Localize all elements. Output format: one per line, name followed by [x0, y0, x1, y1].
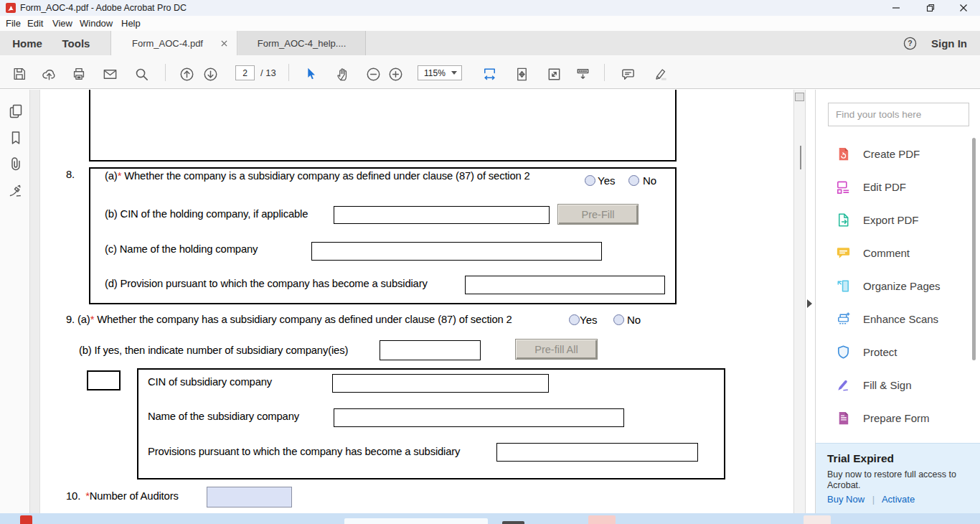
tools-panel-scrollbar[interactable] — [972, 138, 976, 360]
q8d-provision-input[interactable] — [465, 276, 665, 294]
acrobat-window: Form_AOC-4.pdf - Adobe Acrobat Pro DC Fi… — [0, 0, 980, 524]
q8-prefill-button[interactable]: Pre-Fill — [557, 204, 639, 225]
sub-provisions-input[interactable] — [496, 443, 698, 462]
signatures-icon[interactable] — [6, 182, 25, 200]
fit-width-icon[interactable] — [478, 62, 501, 85]
taskbar-item[interactable] — [502, 521, 524, 524]
q8c-name-input[interactable] — [311, 242, 602, 261]
q10-label: 10.*Number of Auditors — [66, 490, 179, 502]
enhance-scans-icon — [834, 310, 852, 327]
tool-item-organize-pages[interactable]: Organize Pages — [816, 274, 975, 297]
attachments-icon[interactable] — [6, 154, 25, 173]
organize-pages-icon — [834, 277, 852, 294]
sub-name-input[interactable] — [334, 408, 624, 427]
search-icon[interactable] — [130, 62, 153, 85]
doc-tab-form-aoc4[interactable]: Form_AOC-4.pdf — [110, 31, 237, 55]
tab-close-icon[interactable] — [220, 39, 228, 47]
tab-tools[interactable]: Tools — [60, 31, 92, 55]
q9a-no-radio[interactable] — [613, 314, 624, 325]
taskbar-app-icon[interactable] — [20, 515, 32, 524]
tool-item-create-pdf[interactable]: Create PDF — [816, 142, 975, 165]
email-icon[interactable] — [98, 62, 121, 85]
page-total-label: / 13 — [260, 67, 276, 78]
comment-tool-icon[interactable] — [616, 62, 639, 85]
zoom-out-icon[interactable] — [362, 62, 385, 85]
q9-prefill-all-button[interactable]: Pre-fill All — [515, 339, 598, 360]
reading-mode-icon[interactable] — [571, 62, 594, 85]
q8b-cin-input[interactable] — [334, 206, 550, 224]
selection-tool-icon[interactable] — [299, 62, 322, 85]
q9b-count-input[interactable] — [380, 340, 481, 360]
activate-link[interactable]: Activate — [882, 494, 915, 505]
zoom-level-dropdown[interactable]: 115% — [418, 65, 462, 80]
previous-page-icon[interactable] — [175, 62, 198, 85]
tool-item-protect[interactable]: Protect — [816, 340, 975, 363]
q9a-no-label: No — [627, 314, 641, 326]
help-icon[interactable]: ? — [903, 36, 918, 51]
q9b-label: (b) If yes, then indicate number of subs… — [79, 345, 348, 356]
menu-file[interactable]: File — [6, 18, 21, 29]
bookmarks-icon[interactable] — [6, 128, 25, 147]
tabstrip: Home Tools Form_AOC-4.pdf Form_AOC-4_hel… — [0, 31, 980, 55]
tool-item-enhance-scans[interactable]: Enhance Scans — [816, 307, 975, 330]
document-scrollbar[interactable] — [793, 90, 806, 513]
page-thumbnails-icon[interactable] — [6, 102, 25, 121]
tool-item-prepare-form[interactable]: Prepare Form — [816, 406, 975, 429]
q8a-no-radio[interactable] — [628, 175, 639, 186]
taskbar-item[interactable] — [588, 515, 616, 524]
next-page-icon[interactable] — [199, 62, 222, 85]
tool-item-export-pdf[interactable]: Export PDF — [816, 208, 975, 231]
tools-search-input[interactable] — [828, 103, 969, 126]
menu-view[interactable]: View — [52, 18, 72, 29]
svg-text:?: ? — [908, 39, 912, 47]
q10-auditors-input[interactable] — [207, 487, 292, 507]
restore-button[interactable] — [914, 0, 947, 16]
minimize-button[interactable] — [880, 0, 913, 16]
q8a-yes-label: Yes — [598, 174, 615, 187]
highlighter-tool-icon[interactable] — [649, 62, 672, 85]
hand-tool-icon[interactable] — [331, 62, 354, 85]
tool-item-fill-sign[interactable]: Fill & Sign — [816, 373, 975, 396]
share-cloud-icon[interactable] — [37, 62, 60, 85]
sub-cin-input[interactable] — [332, 374, 549, 393]
tool-item-edit-pdf[interactable]: Edit PDF — [816, 175, 975, 198]
tool-item-comment[interactable]: Comment — [816, 241, 975, 264]
buy-now-link[interactable]: Buy Now — [827, 494, 864, 505]
canvas-margin — [30, 90, 40, 513]
q8a-yes-radio[interactable] — [585, 175, 595, 186]
menu-edit[interactable]: Edit — [27, 18, 43, 29]
titlebar: Form_AOC-4.pdf - Adobe Acrobat Pro DC — [0, 0, 980, 16]
menu-window[interactable]: Window — [80, 18, 113, 29]
q9a-yes-radio[interactable] — [569, 314, 580, 325]
left-nav-pane — [0, 90, 30, 513]
sign-in-button[interactable]: Sign In — [931, 31, 967, 55]
sub-name-label: Name of the subsidiary company — [148, 411, 299, 422]
taskbar-item[interactable] — [804, 515, 831, 524]
trial-title: Trial Expired — [827, 452, 894, 465]
fullscreen-icon[interactable] — [542, 62, 565, 85]
page-number-input[interactable] — [235, 65, 255, 80]
fill-sign-icon — [834, 376, 852, 393]
subsidiary-serial-input[interactable] — [87, 370, 121, 390]
expand-tools-handle[interactable] — [807, 299, 812, 308]
sub-provisions-label: Provisions pursuant to which the company… — [148, 446, 460, 457]
q8b-label: (b) CIN of the holding company, if appli… — [105, 208, 308, 220]
edit-pdf-icon — [834, 178, 852, 195]
scrollbar-thumb[interactable] — [795, 93, 804, 101]
q8c-label: (c) Name of the holding company — [105, 243, 258, 255]
window-title: Form_AOC-4.pdf - Adobe Acrobat Pro DC — [20, 3, 187, 13]
prepare-form-icon — [834, 409, 852, 426]
tab-home[interactable]: Home — [10, 31, 44, 55]
menu-help[interactable]: Help — [121, 18, 141, 29]
q8-number: 8. — [66, 169, 75, 180]
q9a-yes-label: Yes — [580, 314, 597, 326]
print-icon[interactable] — [67, 62, 90, 85]
zoom-in-icon[interactable] — [384, 62, 407, 85]
acrobat-logo-icon — [6, 3, 16, 13]
save-icon[interactable] — [8, 62, 31, 85]
menubar: File Edit View Window Help — [0, 16, 980, 31]
fit-page-icon[interactable] — [510, 62, 533, 85]
close-button[interactable] — [947, 0, 980, 16]
doc-tab-form-aoc4-help[interactable]: Form_AOC-4_help.... — [238, 31, 366, 55]
taskbar-item[interactable] — [344, 518, 488, 524]
